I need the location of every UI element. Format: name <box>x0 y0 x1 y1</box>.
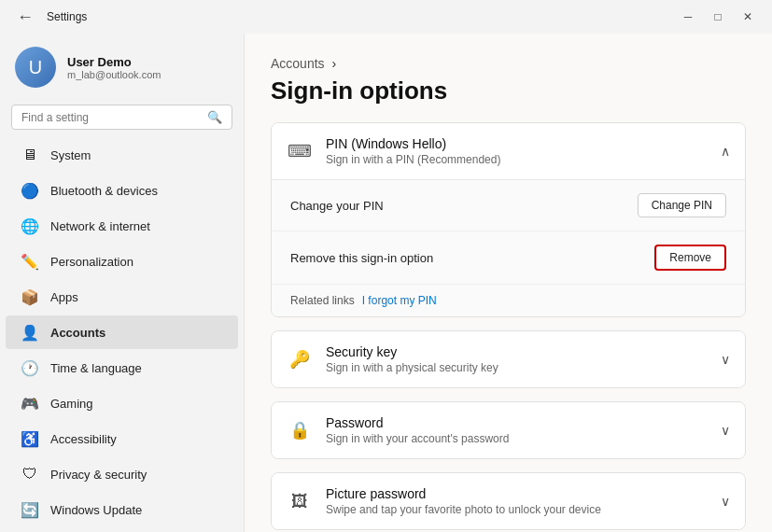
sidebar-item-network[interactable]: 🌐 Network & internet <box>6 209 238 243</box>
sidebar-item-privacy[interactable]: 🛡 Privacy & security <box>6 457 238 491</box>
password-chevron-icon: ∨ <box>721 423 730 438</box>
sidebar-item-label: Gaming <box>50 397 93 411</box>
user-email: m_lab@outlook.com <box>67 69 161 80</box>
security-key-chevron-icon: ∨ <box>721 352 730 367</box>
maximize-button[interactable]: □ <box>705 7 731 26</box>
privacy-icon: 🛡 <box>21 465 39 483</box>
change-pin-row: Change your PIN Change PIN <box>272 180 745 231</box>
sidebar-item-label: Apps <box>50 290 78 304</box>
back-button[interactable]: ← <box>11 6 39 29</box>
sidebar-item-label: System <box>50 148 91 162</box>
password-header-left: 🔒 Password Sign in with your account's p… <box>287 415 509 445</box>
change-pin-label: Change your PIN <box>290 199 384 213</box>
pin-header-text: PIN (Windows Hello) Sign in with a PIN (… <box>326 136 500 166</box>
forgot-pin-link[interactable]: I forgot my PIN <box>362 294 437 307</box>
picture-password-text: Picture password Swipe and tap your favo… <box>326 486 601 516</box>
picture-password-subtitle: Swipe and tap your favorite photo to unl… <box>326 503 601 516</box>
sidebar-item-label: Accounts <box>50 326 105 340</box>
password-title: Password <box>326 415 509 430</box>
search-box[interactable]: 🔍 <box>11 105 232 130</box>
page-title: Sign-in options <box>271 77 746 105</box>
security-key-title: Security key <box>326 344 498 359</box>
gaming-icon: 🎮 <box>21 394 39 413</box>
sidebar-item-accessibility[interactable]: ♿ Accessibility <box>6 422 238 455</box>
pin-icon: ⌨ <box>287 138 313 164</box>
remove-signin-label: Remove this sign-in option <box>290 251 433 265</box>
sidebar-item-personalization[interactable]: ✏️ Personalization <box>6 245 238 278</box>
time-icon: 🕐 <box>21 358 39 377</box>
password-header[interactable]: 🔒 Password Sign in with your account's p… <box>272 402 745 458</box>
avatar: U <box>15 47 56 88</box>
remove-button[interactable]: Remove <box>654 245 726 271</box>
close-button[interactable]: ✕ <box>735 7 761 26</box>
sidebar-item-label: Network & internet <box>50 219 150 233</box>
user-info: User Demo m_lab@outlook.com <box>67 55 161 80</box>
bluetooth-icon: 🔵 <box>21 181 39 200</box>
related-links-label: Related links <box>290 294 355 307</box>
search-input[interactable] <box>21 111 202 124</box>
sidebar-item-label: Windows Update <box>50 503 142 517</box>
pin-panel: ⌨ PIN (Windows Hello) Sign in with a PIN… <box>271 122 746 317</box>
user-section: U User Demo m_lab@outlook.com <box>0 34 244 101</box>
security-key-header[interactable]: 🔑 Security key Sign in with a physical s… <box>272 331 745 387</box>
sidebar-item-system[interactable]: 🖥 System <box>6 138 238 172</box>
picture-password-icon: 🖼 <box>287 488 313 514</box>
pin-chevron-icon: ∧ <box>721 144 730 159</box>
title-bar-left: ← Settings <box>11 6 87 29</box>
user-name: User Demo <box>67 55 161 69</box>
breadcrumb-accounts: Accounts <box>271 56 325 71</box>
picture-password-header[interactable]: 🖼 Picture password Swipe and tap your fa… <box>272 473 745 529</box>
personalization-icon: ✏️ <box>21 252 39 271</box>
picture-password-title: Picture password <box>326 486 601 501</box>
password-icon: 🔒 <box>287 417 313 443</box>
sidebar-item-label: Accessibility <box>50 432 117 446</box>
change-pin-button[interactable]: Change PIN <box>638 193 726 217</box>
minimize-button[interactable]: ─ <box>675 7 701 26</box>
pin-subtitle: Sign in with a PIN (Recommended) <box>326 153 500 166</box>
sidebar-item-accounts[interactable]: 👤 Accounts <box>6 315 238 349</box>
picture-password-header-left: 🖼 Picture password Swipe and tap your fa… <box>287 486 601 516</box>
security-key-panel: 🔑 Security key Sign in with a physical s… <box>271 330 746 388</box>
title-bar-controls: ─ □ ✕ <box>675 7 761 26</box>
breadcrumb-separator: › <box>331 56 336 71</box>
picture-password-chevron-icon: ∨ <box>721 494 730 509</box>
update-icon: 🔄 <box>21 500 39 519</box>
security-key-subtitle: Sign in with a physical security key <box>326 361 498 374</box>
security-key-text: Security key Sign in with a physical sec… <box>326 344 498 374</box>
search-icon: 🔍 <box>207 110 222 124</box>
sidebar-item-bluetooth[interactable]: 🔵 Bluetooth & devices <box>6 174 238 207</box>
password-text: Password Sign in with your account's pas… <box>326 415 509 445</box>
security-key-header-left: 🔑 Security key Sign in with a physical s… <box>287 344 498 374</box>
security-key-icon: 🔑 <box>287 346 313 372</box>
title-bar-title: Settings <box>47 10 87 23</box>
remove-pin-row: Remove this sign-in option Remove <box>272 231 745 285</box>
related-links: Related links I forgot my PIN <box>272 285 745 316</box>
apps-icon: 📦 <box>21 287 39 306</box>
sidebar-item-label: Privacy & security <box>50 468 147 482</box>
app-body: U User Demo m_lab@outlook.com 🔍 🖥 System… <box>0 34 772 532</box>
accounts-icon: 👤 <box>21 323 39 342</box>
sidebar-item-gaming[interactable]: 🎮 Gaming <box>6 386 238 420</box>
breadcrumb: Accounts › <box>271 56 746 71</box>
accessibility-icon: ♿ <box>21 429 39 448</box>
network-icon: 🌐 <box>21 217 39 235</box>
password-panel: 🔒 Password Sign in with your account's p… <box>271 401 746 459</box>
sidebar-item-apps[interactable]: 📦 Apps <box>6 280 238 314</box>
sidebar-item-time[interactable]: 🕐 Time & language <box>6 351 238 385</box>
pin-header-left: ⌨ PIN (Windows Hello) Sign in with a PIN… <box>287 136 500 166</box>
system-icon: 🖥 <box>21 146 39 164</box>
password-subtitle: Sign in with your account's password <box>326 432 509 445</box>
sidebar-item-update[interactable]: 🔄 Windows Update <box>6 493 238 526</box>
sidebar-item-label: Personalization <box>50 255 133 269</box>
title-bar: ← Settings ─ □ ✕ <box>0 0 772 34</box>
pin-expanded: Change your PIN Change PIN Remove this s… <box>272 179 745 316</box>
pin-section-header[interactable]: ⌨ PIN (Windows Hello) Sign in with a PIN… <box>272 123 745 179</box>
sidebar-item-label: Bluetooth & devices <box>50 184 158 198</box>
sidebar-item-label: Time & language <box>50 361 142 375</box>
sidebar: U User Demo m_lab@outlook.com 🔍 🖥 System… <box>0 34 245 532</box>
pin-title: PIN (Windows Hello) <box>326 136 500 151</box>
picture-password-panel: 🖼 Picture password Swipe and tap your fa… <box>271 472 746 530</box>
main-content: Accounts › Sign-in options ⌨ PIN (Window… <box>245 34 772 532</box>
